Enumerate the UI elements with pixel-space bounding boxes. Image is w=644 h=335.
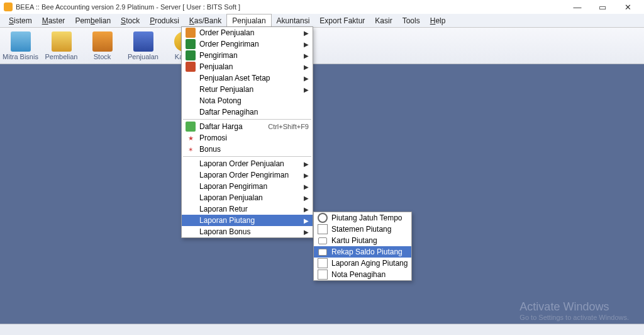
menu-produksi[interactable]: Produksi [145,14,184,27]
chevron-right-icon: ▶ [304,217,309,224]
chevron-right-icon: ▶ [304,195,309,202]
maximize-button[interactable]: ▭ [590,0,615,14]
submenu-nota[interactable]: Nota Penagihan [314,269,411,280]
menu-divider [183,119,311,120]
menu-export-faktur[interactable]: Export Faktur [314,14,370,27]
toolbar: Mitra Bisnis Pembelian Stock Penjualan K… [0,28,644,64]
menuitem-bonus[interactable]: ✶Bonus [182,144,313,155]
submenu-jatuh-tempo[interactable]: Piutang Jatuh Tempo [314,212,411,224]
toolbar-pembelian[interactable]: Pembelian [41,28,82,64]
watermark-subtitle: Go to Settings to activate Windows. [519,314,629,321]
blank-icon [186,170,196,180]
page-icon [318,270,328,280]
tag-icon [186,122,196,132]
menu-kasbank[interactable]: Kas/Bank [184,14,226,27]
star-icon: ★ [186,133,196,143]
chevron-right-icon: ▶ [304,172,309,179]
window-title: BEEA :: Bee Accounting version 2.9 Plati… [16,3,565,11]
menuitem-lap-retur[interactable]: Laporan Retur▶ [182,203,313,215]
chevron-right-icon: ▶ [304,64,309,71]
blank-icon [186,159,196,169]
chevron-right-icon: ▶ [304,30,309,37]
blank-icon [186,73,196,83]
gift-icon: ✶ [186,144,196,154]
card-icon [318,237,327,244]
box-icon [92,31,113,52]
blank-icon [186,107,196,117]
blank-icon [186,181,196,191]
shop-icon [186,62,196,72]
chevron-right-icon: ▶ [304,229,309,236]
menu-akuntansi[interactable]: Akuntansi [272,14,315,27]
page-icon [318,224,328,234]
blank-icon [186,204,196,214]
statusbar [0,324,644,335]
menuitem-lap-bonus[interactable]: Laporan Bonus▶ [182,226,313,237]
titlebar: BEEA :: Bee Accounting version 2.9 Plati… [0,0,644,14]
menu-kasir[interactable]: Kasir [370,14,397,27]
menu-help[interactable]: Help [425,14,451,27]
menuitem-penjualan[interactable]: Penjualan▶ [182,61,313,72]
menuitem-lap-penjualan[interactable]: Laporan Penjualan▶ [182,192,313,203]
menuitem-daftar-harga[interactable]: Daftar HargaCtrl+Shift+F9 [182,121,313,132]
blank-icon [186,84,196,94]
menuitem-lap-order-penjualan[interactable]: Laporan Order Penjualan▶ [182,158,313,169]
menuitem-promosi[interactable]: ★Promosi [182,132,313,144]
watermark-title: Activate Windows [519,300,629,314]
activate-windows-watermark: Activate Windows Go to Settings to activ… [519,300,629,321]
menu-stock[interactable]: Stock [116,14,145,27]
chevron-right-icon: ▶ [304,206,309,213]
menu-pembelian[interactable]: Pembelian [70,14,116,27]
chevron-right-icon: ▶ [304,75,309,82]
menuitem-daftar-penagihan[interactable]: Daftar Penagihan [182,106,313,118]
toolbar-stock[interactable]: Stock [82,28,123,64]
toolbar-penjualan[interactable]: Penjualan [123,28,164,64]
page-icon [318,258,328,268]
menuitem-penjualan-aset[interactable]: Penjualan Aset Tetap▶ [182,72,313,84]
menuitem-lap-pengiriman[interactable]: Laporan Pengiriman▶ [182,181,313,192]
chevron-right-icon: ▶ [304,41,309,48]
menuitem-order-pengiriman[interactable]: Order Pengiriman▶ [182,38,313,50]
submenu-kartu[interactable]: Kartu Piutang [314,235,411,246]
menu-tools[interactable]: Tools [397,14,425,27]
menu-penjualan[interactable]: Penjualan [226,14,271,27]
menu-sistem[interactable]: Sistem [4,14,37,27]
menu-divider [183,156,311,157]
shortcut-text: Ctrl+Shift+F9 [268,123,309,130]
truck-icon [186,50,196,60]
blank-icon [186,96,196,106]
menu-master[interactable]: Master [37,14,70,27]
menuitem-pengiriman[interactable]: Pengiriman▶ [182,50,313,61]
toolbar-mitra-bisnis[interactable]: Mitra Bisnis [0,28,41,64]
menuitem-retur[interactable]: Retur Penjualan▶ [182,84,313,95]
chevron-right-icon: ▶ [304,161,309,168]
chevron-right-icon: ▶ [304,183,309,190]
menuitem-lap-order-pengiriman[interactable]: Laporan Order Pengiriman▶ [182,169,313,181]
window-controls: — ▭ ✕ [565,0,640,14]
blank-icon [186,215,196,225]
close-button[interactable]: ✕ [615,0,640,14]
blank-icon [186,227,196,237]
workspace [0,64,644,324]
app-icon [4,3,13,11]
menuitem-order-penjualan[interactable]: Order Penjualan▶ [182,27,313,38]
chevron-right-icon: ▶ [304,52,309,59]
chevron-right-icon: ▶ [304,86,309,93]
minimize-button[interactable]: — [565,0,590,14]
blank-icon [186,193,196,203]
bag-icon [133,31,153,52]
laporan-piutang-submenu: Piutang Jatuh Tempo Statemen Piutang Kar… [313,212,412,281]
submenu-statemen[interactable]: Statemen Piutang [314,224,411,235]
submenu-aging[interactable]: Laporan Aging Piutang [314,258,411,269]
people-icon [11,31,31,52]
submenu-rekap-saldo[interactable]: Rekap Saldo Piutang [314,246,411,258]
books-icon [52,31,72,52]
menubar: Sistem Master Pembelian Stock Produksi K… [0,14,644,28]
menuitem-nota-potong[interactable]: Nota Potong [182,95,313,106]
clock-icon [318,213,328,223]
menuitem-lap-piutang[interactable]: Laporan Piutang▶ [182,215,313,226]
card-icon [318,249,327,256]
penjualan-menu: Order Penjualan▶ Order Pengiriman▶ Pengi… [181,26,313,238]
cart-icon [186,28,196,38]
truck-icon [186,39,196,49]
